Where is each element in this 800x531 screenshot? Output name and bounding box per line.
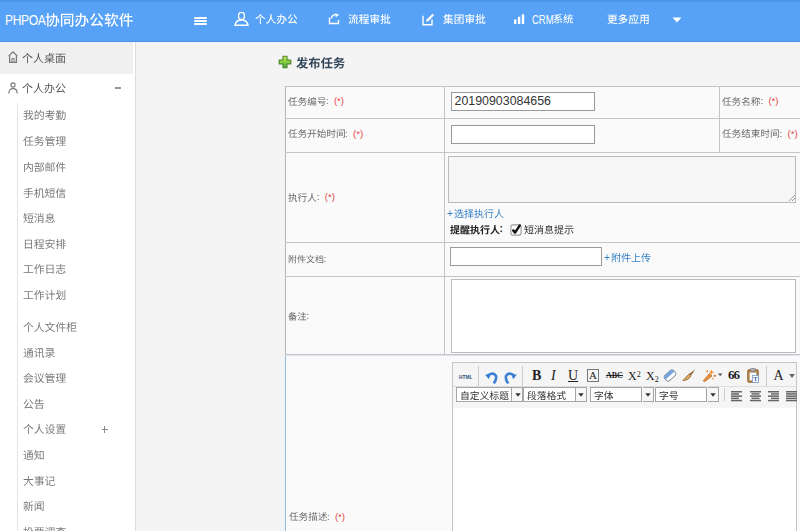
svg-text:T: T [753, 375, 758, 382]
